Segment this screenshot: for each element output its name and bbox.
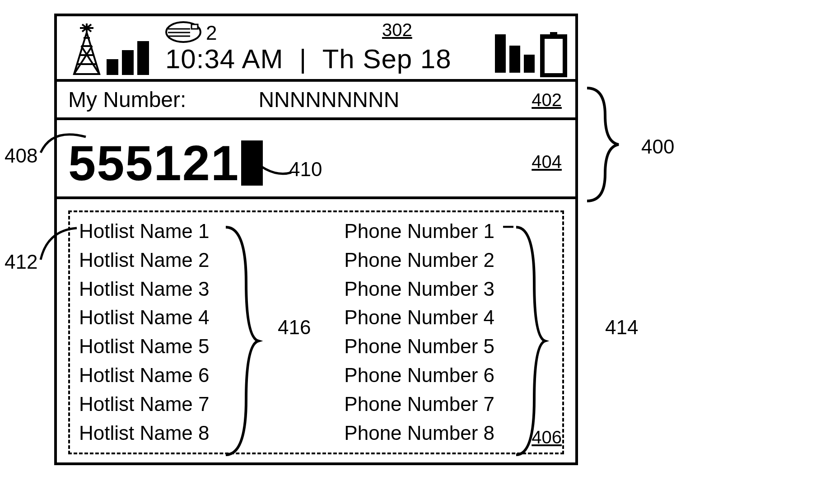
hotlist-name[interactable]: Hotlist Name 6 bbox=[79, 361, 210, 390]
leader-arc-410 bbox=[246, 154, 296, 182]
time-label: 10:34 AM bbox=[165, 44, 284, 74]
my-number-label: My Number: bbox=[68, 87, 186, 112]
my-number-value: NNNNNNNNN bbox=[258, 87, 399, 112]
callout-302: 302 bbox=[382, 20, 412, 40]
signal-strength-left-icon bbox=[107, 41, 149, 75]
hotlist-number[interactable]: Phone Number 2 bbox=[344, 246, 494, 275]
leader-arc-408 bbox=[38, 126, 88, 159]
date-label: Th Sep 18 bbox=[322, 44, 452, 74]
dialed-digits: 555121 bbox=[68, 134, 239, 191]
brace-400 bbox=[583, 86, 623, 205]
dialed-number-display: 555121 bbox=[68, 134, 263, 191]
hotlist-name[interactable]: Hotlist Name 5 bbox=[79, 332, 210, 361]
hotlist-name[interactable]: Hotlist Name 4 bbox=[79, 303, 210, 332]
leader-414-top bbox=[502, 226, 516, 237]
callout-400: 400 bbox=[641, 135, 674, 158]
brace-416 bbox=[221, 224, 262, 460]
hotlist-number[interactable]: Phone Number 7 bbox=[344, 390, 494, 419]
hotlist-dashed-box: Hotlist Name 1 Hotlist Name 2 Hotlist Na… bbox=[68, 210, 564, 454]
hotlist-area: Hotlist Name 1 Hotlist Name 2 Hotlist Na… bbox=[57, 199, 575, 459]
hotlist-number[interactable]: Phone Number 5 bbox=[344, 332, 494, 361]
hotlist-number[interactable]: Phone Number 3 bbox=[344, 275, 494, 303]
callout-412: 412 bbox=[5, 251, 37, 273]
svg-rect-17 bbox=[542, 37, 565, 75]
hotlist-numbers-column: Phone Number 1 Phone Number 2 Phone Numb… bbox=[344, 217, 494, 448]
callout-408: 408 bbox=[5, 145, 37, 167]
hotlist-name[interactable]: Hotlist Name 7 bbox=[79, 390, 210, 419]
callout-402: 402 bbox=[532, 90, 562, 110]
callout-414: 414 bbox=[605, 316, 638, 339]
status-bar: 2 10:34 AM | Th Sep 18 302 bbox=[57, 16, 575, 82]
hotlist-number[interactable]: Phone Number 6 bbox=[344, 361, 494, 390]
separator-label: | bbox=[299, 44, 307, 74]
callout-416: 416 bbox=[278, 316, 311, 339]
hotlist-name[interactable]: Hotlist Name 1 bbox=[79, 217, 210, 246]
hotlist-name[interactable]: Hotlist Name 8 bbox=[79, 419, 210, 448]
battery-icon bbox=[540, 32, 567, 79]
leader-arc-412 bbox=[38, 226, 79, 264]
device-screen: 2 10:34 AM | Th Sep 18 302 bbox=[54, 14, 578, 465]
mail-count-label: 2 bbox=[206, 22, 217, 44]
hotlist-name[interactable]: Hotlist Name 3 bbox=[79, 275, 210, 303]
brace-414 bbox=[513, 224, 549, 460]
callout-404: 404 bbox=[532, 152, 562, 172]
signal-strength-right-icon bbox=[495, 34, 535, 73]
my-number-row: My Number: NNNNNNNNN 402 bbox=[57, 82, 575, 120]
hotlist-names-column: Hotlist Name 1 Hotlist Name 2 Hotlist Na… bbox=[79, 217, 210, 448]
hotlist-number[interactable]: Phone Number 4 bbox=[344, 303, 494, 332]
hotlist-name[interactable]: Hotlist Name 2 bbox=[79, 246, 210, 275]
hotlist-number[interactable]: Phone Number 8 bbox=[344, 419, 494, 448]
mail-icon bbox=[165, 21, 201, 45]
antenna-tower-icon bbox=[69, 19, 105, 77]
hotlist-number[interactable]: Phone Number 1 bbox=[344, 217, 494, 246]
time-date-label: 10:34 AM | Th Sep 18 bbox=[165, 43, 452, 75]
svg-rect-15 bbox=[191, 24, 198, 29]
